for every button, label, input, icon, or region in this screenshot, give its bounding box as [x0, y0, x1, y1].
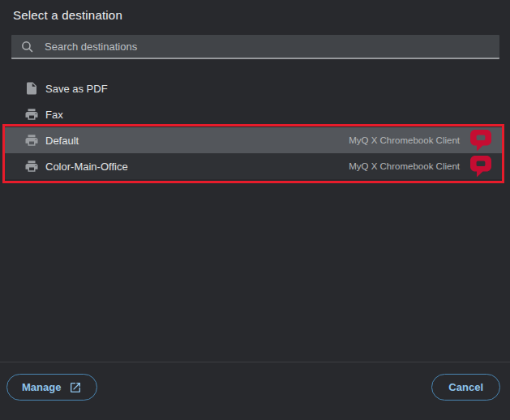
destination-row-color-main-office[interactable]: Color-Main-Office MyQ X Chromebook Clien…: [5, 153, 504, 179]
destination-row-default[interactable]: Default MyQ X Chromebook Client: [5, 127, 504, 153]
annotated-destination-group: Default MyQ X Chromebook Client Color-Ma…: [0, 127, 510, 179]
search-box[interactable]: [11, 35, 499, 59]
dialog-footer: Manage Cancel: [0, 362, 510, 420]
pdf-document-icon: [24, 81, 39, 96]
destination-provider: MyQ X Chromebook Client: [349, 161, 460, 171]
open-in-new-icon: [69, 381, 82, 394]
destination-provider: MyQ X Chromebook Client: [349, 135, 460, 145]
manage-button[interactable]: Manage: [6, 374, 97, 401]
destination-name: Fax: [45, 109, 63, 121]
destination-name: Color-Main-Office: [45, 161, 128, 173]
cancel-button[interactable]: Cancel: [431, 374, 500, 401]
printer-icon: [24, 159, 39, 174]
myq-logo-icon: [469, 155, 492, 178]
myq-logo-icon: [469, 129, 492, 152]
printer-icon: [24, 107, 39, 122]
destination-list: Save as PDF Fax Default MyQ X Chromebook…: [0, 75, 510, 179]
destination-name: Save as PDF: [45, 83, 108, 95]
destination-name: Default: [45, 135, 79, 147]
search-icon: [20, 40, 34, 54]
dialog-title: Select a destination: [13, 8, 122, 22]
cancel-button-label: Cancel: [448, 381, 483, 393]
manage-button-label: Manage: [22, 381, 61, 393]
destination-row-save-as-pdf[interactable]: Save as PDF: [0, 75, 510, 101]
destination-row-fax[interactable]: Fax: [0, 101, 510, 127]
print-destination-dialog: Select a destination Save as PDF Fax: [0, 0, 510, 420]
printer-icon: [24, 133, 39, 148]
search-input[interactable]: [45, 41, 482, 53]
